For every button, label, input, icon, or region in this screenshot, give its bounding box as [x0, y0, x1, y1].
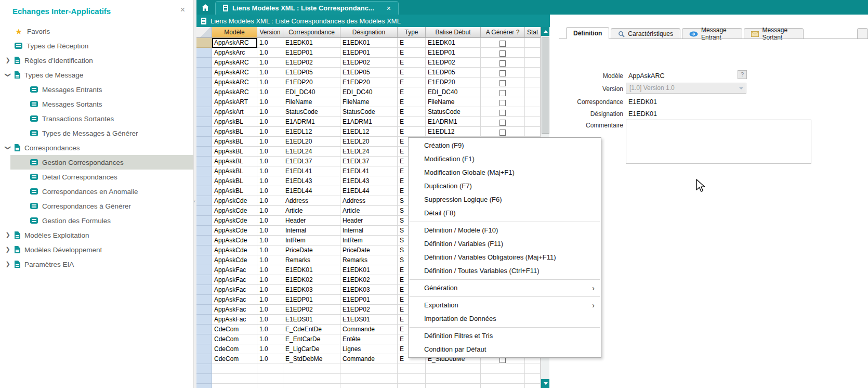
- modele-cell[interactable]: AppAskCde: [212, 255, 257, 265]
- designation-cell[interactable]: E1EDP01: [340, 48, 398, 58]
- modele-cell[interactable]: AppAskFac: [212, 265, 257, 275]
- row-selector-cell[interactable]: [196, 305, 212, 315]
- row-selector-cell[interactable]: [196, 97, 212, 107]
- generer-checkbox[interactable]: [499, 41, 506, 47]
- correspondance-cell[interactable]: Article: [283, 206, 340, 216]
- correspondance-cell[interactable]: E1EDP01: [283, 295, 340, 305]
- version-cell[interactable]: 1.0: [257, 107, 283, 117]
- modele-cell[interactable]: AppAskBL: [212, 117, 257, 127]
- sidebar-item[interactable]: Détail Correspondances: [0, 170, 193, 184]
- version-cell[interactable]: 1.0: [257, 295, 283, 305]
- row-selector-cell[interactable]: [196, 127, 212, 137]
- version-cell[interactable]: 1.0: [257, 97, 283, 107]
- designation-cell[interactable]: E1EDP02: [340, 58, 398, 68]
- designation-cell[interactable]: E1EDK01: [340, 38, 398, 48]
- column-header[interactable]: Modèle: [212, 27, 257, 38]
- chevron-down-icon[interactable]: ❯: [5, 144, 11, 151]
- menu-item[interactable]: Condition par Défaut: [409, 343, 601, 356]
- correspondance-cell[interactable]: E1EDS01: [283, 315, 340, 325]
- row-selector-cell[interactable]: [196, 354, 212, 364]
- menu-item[interactable]: Définition / Modèle (F10): [409, 224, 601, 237]
- menu-item[interactable]: Définition / Toutes Variables (Ctrl+F11): [409, 264, 601, 278]
- version-cell[interactable]: 1.0: [257, 166, 283, 176]
- row-selector-cell[interactable]: [196, 325, 212, 334]
- table-row[interactable]: AppAskBL1.0E1ADRM1E1ADRM1EE1ADRM1: [196, 117, 541, 127]
- correspondance-cell[interactable]: FileName: [283, 97, 340, 107]
- commentaire-textarea[interactable]: [626, 120, 811, 164]
- modele-cell[interactable]: AppAskArt: [212, 107, 257, 117]
- correspondance-cell[interactable]: E1EDK01: [283, 265, 340, 275]
- designation-cell[interactable]: Remarks: [340, 255, 398, 265]
- tab-close-icon[interactable]: ×: [387, 4, 391, 12]
- sidebar-item[interactable]: ❯Règles d'Identification: [0, 53, 193, 68]
- version-cell[interactable]: 1.0: [257, 77, 283, 87]
- row-selector-cell[interactable]: [196, 176, 212, 186]
- correspondance-cell[interactable]: E1EDK02: [283, 275, 340, 285]
- tab-message-sortant[interactable]: Message Sortant: [744, 28, 804, 39]
- tab-definition[interactable]: Définition: [566, 27, 609, 39]
- row-selector-cell[interactable]: [196, 147, 212, 157]
- generer-checkbox[interactable]: [499, 60, 506, 67]
- scrollbar-thumb[interactable]: [542, 37, 549, 134]
- modele-cell[interactable]: AppAskBL: [212, 127, 257, 137]
- designation-cell[interactable]: Commande: [340, 325, 398, 334]
- row-selector-cell[interactable]: [196, 68, 212, 77]
- version-select[interactable]: [1.0] Version 1.0: [626, 83, 746, 94]
- table-row[interactable]: AppAskARC1.0E1EDK01E1EDK01EE1EDK01: [196, 38, 541, 48]
- generer-checkbox[interactable]: [499, 130, 506, 136]
- version-cell[interactable]: 1.0: [257, 206, 283, 216]
- modele-cell[interactable]: AppAskARC: [212, 77, 257, 87]
- sidebar-item[interactable]: ❯Correspondances: [0, 140, 193, 155]
- modele-cell[interactable]: CdeCom: [212, 334, 257, 344]
- table-row[interactable]: AppAskARC1.0EDI_DC40EDI_DC40EEDI_DC40: [196, 87, 541, 97]
- sidebar-item[interactable]: ❯Paramètres EIA: [0, 257, 193, 271]
- correspondance-cell[interactable]: E1EDL37: [283, 157, 340, 166]
- row-selector-cell[interactable]: [196, 137, 212, 147]
- modele-cell[interactable]: AppAskCde: [212, 196, 257, 206]
- a-generer-cell[interactable]: [481, 77, 525, 87]
- correspondance-cell[interactable]: EDI_DC40: [283, 87, 340, 97]
- version-cell[interactable]: 1.0: [257, 344, 283, 354]
- generer-checkbox[interactable]: [499, 50, 506, 57]
- type-cell[interactable]: E: [398, 87, 426, 97]
- modele-cell[interactable]: AppAskFac: [212, 315, 257, 325]
- version-cell[interactable]: 1.0: [257, 127, 283, 137]
- version-cell[interactable]: 1.0: [257, 38, 283, 48]
- modele-cell[interactable]: AppAskBL: [212, 176, 257, 186]
- row-selector-cell[interactable]: [196, 87, 212, 97]
- row-selector-cell[interactable]: [196, 315, 212, 325]
- sidebar-item[interactable]: Transactions Sortantes: [0, 111, 193, 126]
- table-row[interactable]: AppAskARC1.0E1EDP20E1EDP20EE1EDP20: [196, 77, 541, 87]
- modele-cell[interactable]: AppAskARC: [212, 38, 257, 48]
- chevron-right-icon[interactable]: ❯: [4, 231, 11, 238]
- correspondance-cell[interactable]: Address: [283, 196, 340, 206]
- type-cell[interactable]: E: [398, 48, 426, 58]
- type-cell[interactable]: E: [398, 38, 426, 48]
- correspondance-cell[interactable]: E1EDL24: [283, 147, 340, 157]
- grid-corner-cell[interactable]: [196, 27, 212, 38]
- version-cell[interactable]: 1.0: [257, 236, 283, 245]
- correspondance-cell[interactable]: E1EDK01: [283, 38, 340, 48]
- designation-cell[interactable]: E1EDS01: [340, 315, 398, 325]
- sidebar-item[interactable]: Gestion Correspondances: [0, 155, 193, 170]
- generer-checkbox[interactable]: [499, 70, 506, 76]
- chevron-right-icon[interactable]: ❯: [4, 261, 11, 267]
- row-selector-cell[interactable]: [196, 295, 212, 305]
- designation-cell[interactable]: EDI_DC40: [340, 87, 398, 97]
- modele-cell[interactable]: AppAskBL: [212, 157, 257, 166]
- menu-item[interactable]: Modification Globale (Maj+F1): [409, 166, 601, 179]
- table-row[interactable]: AppAskART1.0FileNameFileNameEFileName: [196, 97, 541, 107]
- version-cell[interactable]: 1.0: [257, 285, 283, 295]
- menu-item[interactable]: Définition / Variables (F11): [409, 237, 601, 251]
- sidebar-item[interactable]: Gestion des Formules: [0, 213, 193, 228]
- a-generer-cell[interactable]: [481, 127, 525, 137]
- modele-cell[interactable]: AppAskFac: [212, 275, 257, 285]
- type-cell[interactable]: E: [398, 127, 426, 137]
- table-row[interactable]: AppAskArc1.0E1EDP01E1EDP01EE1EDP01: [196, 48, 541, 58]
- version-cell[interactable]: 1.0: [257, 157, 283, 166]
- type-cell[interactable]: E: [398, 77, 426, 87]
- sidebar-item[interactable]: ❯Types de Message: [0, 68, 193, 82]
- a-generer-cell[interactable]: [481, 48, 525, 58]
- row-selector-cell[interactable]: [196, 166, 212, 176]
- sidebar-item[interactable]: ❯Modèles Exploitation: [0, 228, 193, 242]
